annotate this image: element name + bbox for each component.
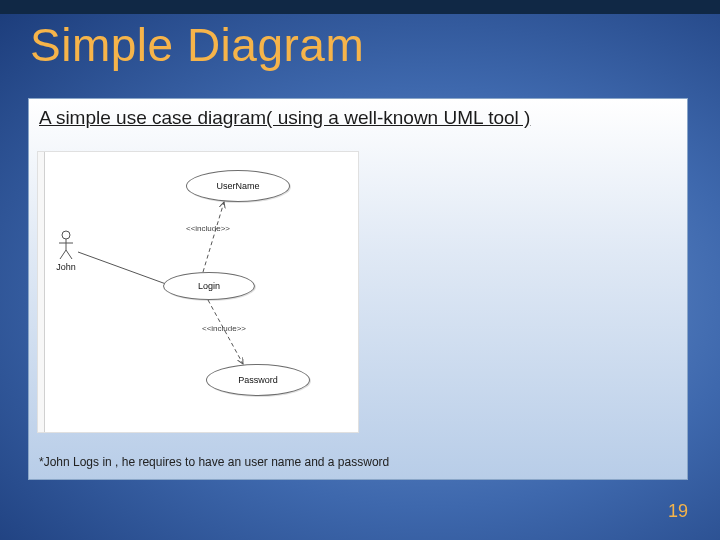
caption: *John Logs in , he requires to have an u… (39, 455, 389, 469)
usecase-username: UserName (186, 170, 290, 202)
actor-john: John (52, 230, 80, 272)
slide: Simple Diagram A simple use case diagram… (0, 0, 720, 540)
page-title: Simple Diagram (30, 18, 364, 72)
actor-icon (57, 230, 75, 260)
content-box: A simple use case diagram( using a well-… (28, 98, 688, 480)
usecase-username-label: UserName (216, 181, 259, 191)
top-bar (0, 0, 720, 14)
stereotype-include-2: <<include>> (202, 324, 246, 333)
usecase-password: Password (206, 364, 310, 396)
page-number: 19 (668, 501, 688, 522)
usecase-password-label: Password (238, 375, 278, 385)
svg-point-3 (62, 231, 70, 239)
usecase-login: Login (163, 272, 255, 300)
usecase-login-label: Login (198, 281, 220, 291)
actor-label: John (52, 262, 80, 272)
canvas-ruler (38, 152, 45, 432)
svg-line-6 (60, 250, 66, 259)
diagram-canvas: John UserName Login Password <<include>>… (37, 151, 359, 433)
svg-line-1 (203, 202, 224, 272)
stereotype-include-1: <<include>> (186, 224, 230, 233)
subtitle: A simple use case diagram( using a well-… (39, 107, 530, 129)
svg-line-0 (78, 252, 166, 284)
svg-line-7 (66, 250, 72, 259)
